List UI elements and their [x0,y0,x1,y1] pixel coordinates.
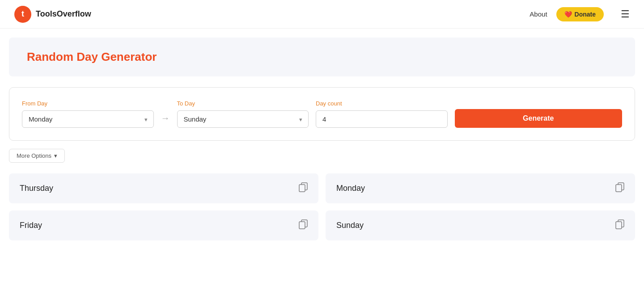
svg-rect-3 [616,185,622,192]
donate-label: Donate [575,11,596,18]
result-card-3: Sunday [326,210,635,240]
result-day-1: Monday [336,184,365,193]
generate-button[interactable]: Generate [455,109,623,128]
result-day-3: Sunday [336,221,364,230]
nav-donate-button[interactable]: ❤️ Donate [556,7,604,21]
more-options-label: More Options [17,152,51,159]
from-day-group: From Day Monday Tuesday Wednesday Thursd… [22,100,154,128]
day-count-label: Day count [316,100,448,107]
brand-icon-letter: t [21,9,24,19]
to-day-group: To Day Monday Tuesday Wednesday Thursday… [177,100,309,128]
more-options-button[interactable]: More Options ▾ [9,149,65,163]
main-content: From Day Monday Tuesday Wednesday Thursd… [0,76,644,251]
nav-about-link[interactable]: About [530,10,547,18]
page-title-plain: Random [27,50,76,63]
svg-rect-1 [299,185,305,192]
result-card-1: Monday [326,173,635,203]
brand-name: ToolsOverflow [36,9,91,19]
results-grid: Thursday Monday Friday [9,173,635,240]
heart-icon: ❤️ [564,11,572,18]
svg-rect-5 [299,222,305,229]
arrow-right-icon: → [161,113,170,128]
copy-icon-2[interactable] [299,219,308,231]
hamburger-button[interactable]: ☰ [621,8,630,20]
from-day-select-wrapper: Monday Tuesday Wednesday Thursday Friday… [22,110,154,128]
page-title: Random Day Generator [27,50,617,64]
to-day-label: To Day [177,100,309,107]
page-header: Random Day Generator [9,38,635,76]
svg-rect-7 [616,222,622,229]
to-day-select-wrapper: Monday Tuesday Wednesday Thursday Friday… [177,110,309,128]
navbar-links: About ❤️ Donate ☰ [530,7,630,21]
result-day-2: Friday [20,221,42,230]
result-card-2: Friday [9,210,318,240]
copy-icon-1[interactable] [615,182,624,194]
result-card-0: Thursday [9,173,318,203]
controls-card: From Day Monday Tuesday Wednesday Thursd… [9,87,635,141]
page-title-highlight: Day Generator [76,50,157,63]
controls-row: From Day Monday Tuesday Wednesday Thursd… [22,100,622,128]
day-count-input[interactable] [316,110,448,128]
to-day-select[interactable]: Monday Tuesday Wednesday Thursday Friday… [177,110,309,128]
hamburger-icon: ☰ [621,8,630,20]
navbar: t ToolsOverflow About ❤️ Donate ☰ [0,0,644,29]
result-day-0: Thursday [20,184,53,193]
brand: t ToolsOverflow [14,6,530,23]
chevron-down-icon: ▾ [54,152,57,159]
copy-icon-0[interactable] [299,182,308,194]
from-day-select[interactable]: Monday Tuesday Wednesday Thursday Friday… [22,110,154,128]
day-count-group: Day count [316,100,448,128]
brand-icon: t [14,6,31,23]
from-day-label: From Day [22,100,154,107]
copy-icon-3[interactable] [615,219,624,231]
